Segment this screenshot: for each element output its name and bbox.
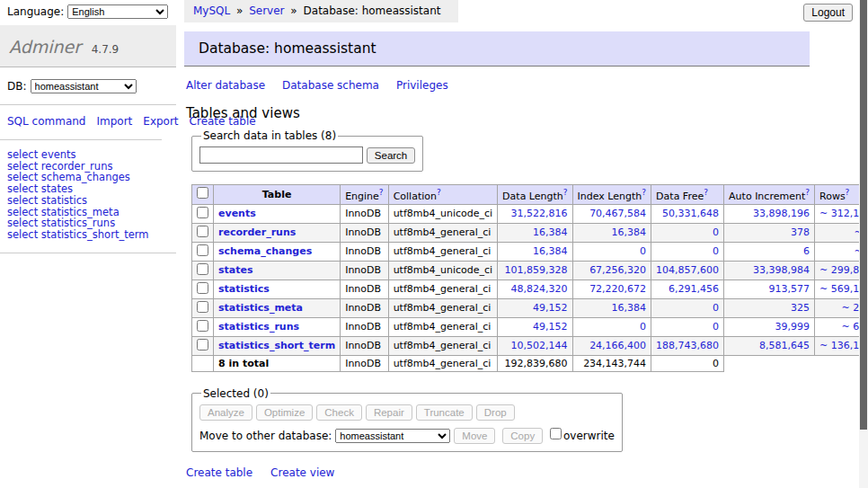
language-select[interactable]: English [67,4,168,19]
table-name-link[interactable]: statistics [218,283,270,295]
table-link[interactable]: statistics_short_term [41,228,149,241]
db-action-link[interactable]: Database schema [282,79,379,92]
row-checkbox[interactable] [197,207,208,218]
data-length-link[interactable]: 101,859,328 [505,264,568,276]
data-free-cell: 0 [651,298,724,317]
data-free-link[interactable]: 0 [713,321,719,333]
repair-button[interactable]: Repair [366,404,412,421]
help-link[interactable]: ? [437,188,441,197]
data-free-link[interactable]: 188,743,680 [656,340,719,351]
engine-cell: InnoDB [341,261,388,279]
table-name-link[interactable]: states [218,264,253,276]
vertical-scrollbar[interactable] [859,0,868,488]
help-link[interactable]: ? [704,188,708,197]
row-checkbox[interactable] [197,320,208,332]
breadcrumb-link[interactable]: MySQL [193,4,230,17]
engine-cell: InnoDB [341,204,388,223]
truncate-button[interactable]: Truncate [416,404,473,421]
data-length-link[interactable]: 31,522,816 [511,208,568,219]
auto-increment-link[interactable]: 378 [791,226,810,238]
optimize-button[interactable]: Optimize [256,404,313,421]
index-length-link[interactable]: 67,256,320 [589,264,646,276]
table-name-link[interactable]: statistics_meta [218,302,303,314]
help-link[interactable]: ? [563,188,568,197]
select-link[interactable]: select [7,228,38,241]
table-name-link[interactable]: statistics_short_term [218,340,335,351]
data-length-link[interactable]: 10,502,144 [511,340,568,351]
analyze-button[interactable]: Analyze [199,404,252,421]
table-name-link[interactable]: events [218,208,256,219]
auto-increment-cell: 39,999 [724,317,815,336]
drop-button[interactable]: Drop [476,404,515,421]
index-length-link[interactable]: 70,467,584 [589,208,646,219]
index-length-link[interactable]: 72,220,672 [589,283,646,295]
sidebar-action-link[interactable]: SQL command [7,115,85,128]
data-length-link[interactable]: 48,824,320 [511,283,568,295]
auto-increment-link[interactable]: 39,999 [775,321,810,333]
search-input[interactable] [199,146,363,164]
select-all-checkbox[interactable] [197,187,208,199]
row-checkbox[interactable] [197,244,208,256]
index-length-link[interactable]: 0 [640,321,646,333]
data-free-cell: 6,291,456 [651,279,724,298]
index-length-link[interactable]: 16,384 [612,226,647,238]
auto-increment-link[interactable]: 33,898,196 [753,208,810,219]
selected-legend: Selected (0) [201,387,270,400]
table-name-link[interactable]: schema_changes [218,245,312,257]
row-checkbox[interactable] [197,301,208,313]
data-free-link[interactable]: 0 [713,226,719,238]
help-link[interactable]: ? [846,188,850,197]
search-button[interactable]: Search [367,147,415,164]
row-checkbox-cell [192,204,214,223]
data-free-link[interactable]: 104,857,600 [656,264,719,276]
index-length-cell: 72,220,672 [572,279,651,298]
copy-button[interactable]: Copy [502,428,543,444]
index-length-cell: 0 [572,242,651,261]
data-free-link[interactable]: 6,291,456 [669,283,719,295]
auto-increment-link[interactable]: 8,581,645 [759,340,810,351]
sidebar-action-link[interactable]: Import [96,115,132,128]
table-name-link[interactable]: statistics_runs [218,321,299,333]
db-action-link[interactable]: Privileges [396,79,448,92]
adminer-logo-name: Adminer [9,37,81,57]
index-length-link[interactable]: 24,166,400 [589,340,646,351]
table-name-cell: statistics_meta [214,298,341,317]
table-name-link[interactable]: recorder_runs [218,226,296,238]
auto-increment-link[interactable]: 6 [803,245,810,257]
db-select[interactable]: homeassistant [31,79,137,93]
row-checkbox[interactable] [197,339,208,350]
data-free-link[interactable]: 0 [713,245,719,257]
index-length-link[interactable]: 0 [640,245,646,257]
create-table-link[interactable]: Create table [186,466,252,479]
breadcrumb-link[interactable]: Server [249,4,284,17]
move-database-select[interactable]: homeassistant [335,429,450,443]
data-length-link[interactable]: 49,152 [533,302,568,314]
column-header-index-length: Index Length? [572,185,651,205]
auto-increment-link[interactable]: 33,398,984 [753,264,810,276]
table-name-cell: events [214,204,341,223]
move-button[interactable]: Move [454,428,495,444]
help-link[interactable]: ? [805,188,810,197]
auto-increment-link[interactable]: 325 [791,302,810,314]
data-length-link[interactable]: 49,152 [533,321,568,333]
total-engine-cell: InnoDB [341,355,388,371]
row-checkbox[interactable] [197,282,208,294]
help-link[interactable]: ? [379,188,384,197]
overwrite-label: overwrite [563,430,615,442]
create-view-link[interactable]: Create view [270,466,334,479]
row-checkbox[interactable] [197,226,208,237]
sidebar-action-link[interactable]: Export [143,115,178,128]
help-link[interactable]: ? [642,188,646,197]
index-length-link[interactable]: 16,384 [612,302,647,314]
data-length-cell: 16,384 [498,242,572,261]
data-length-link[interactable]: 16,384 [533,226,568,238]
db-action-link[interactable]: Alter database [186,79,265,92]
check-button[interactable]: Check [316,404,362,421]
data-length-link[interactable]: 16,384 [533,245,568,257]
auto-increment-link[interactable]: 913,577 [769,283,810,295]
row-checkbox[interactable] [197,263,208,275]
scrollbar-thumb[interactable] [860,0,867,430]
data-free-link[interactable]: 50,331,648 [662,208,719,219]
overwrite-checkbox[interactable] [550,428,562,439]
data-free-link[interactable]: 0 [713,302,719,314]
